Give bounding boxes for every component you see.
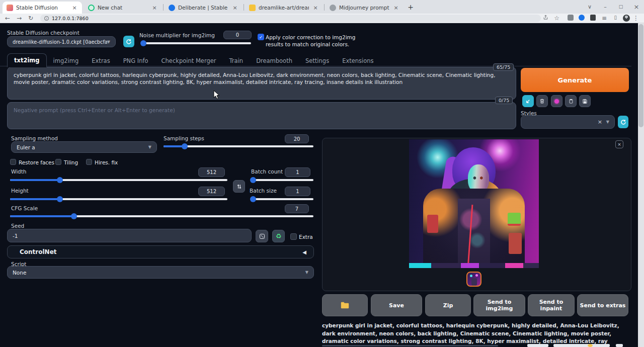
batch-size-value[interactable]: 1: [285, 187, 310, 196]
window-minimize-button[interactable]: –: [598, 0, 613, 13]
width-slider[interactable]: [10, 179, 227, 181]
clear-styles-icon[interactable]: ×: [598, 119, 602, 125]
tab-close-icon[interactable]: ×: [392, 5, 399, 11]
forward-icon[interactable]: →: [17, 15, 22, 22]
cfg-scale-value[interactable]: 7: [285, 204, 309, 213]
tab-close-icon[interactable]: ×: [231, 5, 238, 11]
clipped-yellow-spark: [588, 344, 593, 347]
sampling-steps-value[interactable]: 20: [285, 134, 309, 143]
page-scrollbar-thumb[interactable]: [638, 24, 643, 127]
chevron-down-icon: ▼: [606, 120, 609, 124]
stable-diffusion-webui: Stable Diffusion checkpoint dreamlike-di…: [0, 23, 644, 347]
extension-pin-icon[interactable]: [590, 15, 596, 22]
checkpoint-dropdown[interactable]: dreamlike-diffusion-1.0.ckpt [0aecbcfa2c…: [7, 36, 116, 47]
tiling-label: Tiling: [64, 159, 78, 165]
gallery-thumbnail-selected[interactable]: [466, 272, 481, 287]
tiling-checkbox[interactable]: [55, 159, 61, 165]
page-scrollbar-track[interactable]: [638, 23, 644, 347]
extension-grid-icon[interactable]: [568, 15, 574, 22]
share-icon[interactable]: [543, 15, 548, 22]
open-folder-button[interactable]: [322, 294, 368, 316]
apply-style-button[interactable]: [565, 95, 577, 107]
prompt-input[interactable]: cyberpunk girl in jacket, colorful tatto…: [7, 67, 516, 100]
bookmark-star-icon[interactable]: ☆: [554, 15, 559, 22]
cfg-scale-label: CFG Scale: [11, 205, 38, 211]
controlnet-accordion[interactable]: ControlNet ◀: [7, 245, 314, 258]
profile-avatar[interactable]: [623, 15, 630, 23]
browser-tab-title: New chat: [98, 5, 148, 11]
swap-width-height-button[interactable]: [233, 180, 245, 193]
browser-menu-dots-icon[interactable]: ⋮: [633, 15, 639, 22]
styles-dropdown[interactable]: × ▼: [521, 115, 615, 129]
sampling-method-value: Euler a: [17, 144, 35, 150]
height-slider[interactable]: [10, 198, 227, 200]
reload-icon[interactable]: ↻: [28, 15, 33, 22]
extra-seed-checkbox[interactable]: [290, 233, 297, 240]
sampling-method-dropdown[interactable]: Euler a ▼: [11, 141, 157, 153]
generated-image[interactable]: [409, 139, 539, 268]
reading-list-icon[interactable]: ≡: [602, 15, 607, 22]
batch-count-slider[interactable]: [251, 179, 313, 181]
batch-count-value[interactable]: 1: [285, 167, 310, 177]
random-seed-button[interactable]: [256, 230, 268, 242]
send-to-inpaint-button[interactable]: Send to inpaint: [528, 294, 575, 316]
window-maximize-button[interactable]: □: [613, 0, 628, 13]
tab-txt2img[interactable]: txt2img: [7, 53, 47, 67]
sampling-steps-slider[interactable]: [164, 145, 313, 147]
page-info-icon[interactable]: i: [44, 16, 49, 21]
extension-blue-icon[interactable]: [579, 15, 585, 22]
cfg-scale-slider[interactable]: [10, 215, 313, 217]
zip-button[interactable]: Zip: [425, 294, 471, 316]
save-button[interactable]: Save: [371, 294, 422, 316]
window-close-button[interactable]: ×: [629, 0, 644, 13]
reuse-seed-button[interactable]: ♻: [272, 230, 285, 242]
tab-close-icon[interactable]: ×: [71, 5, 78, 11]
clipboard-icon: [569, 98, 574, 104]
swap-vertical-icon: [236, 184, 242, 190]
address-bar[interactable]: i 127.0.0.1:7860: [40, 15, 541, 22]
batch-size-label: Batch size: [250, 188, 277, 194]
browser-tab-deliberate[interactable]: Deliberate | Stable Diffusion Che ×: [165, 2, 243, 14]
refresh-icon: [126, 39, 132, 45]
seed-input[interactable]: -1: [7, 229, 252, 242]
browser-tab-strip: Stable Diffusion × New chat × Deliberate…: [0, 0, 644, 14]
clear-prompt-button[interactable]: [536, 95, 548, 107]
browser-tab-midjourney[interactable]: Midjourney prompt examples : L ×: [326, 2, 404, 14]
send-to-extras-button[interactable]: Send to extras: [577, 294, 628, 316]
browser-tab-dreamlike[interactable]: dreamlike-art/dreamlike-diffusio ×: [245, 2, 323, 14]
clipped-text-fragment: [322, 345, 498, 346]
browser-tab-new-chat[interactable]: New chat ×: [84, 2, 162, 14]
tab-close-icon[interactable]: ×: [312, 5, 319, 11]
browser-tab-stable-diffusion[interactable]: Stable Diffusion ×: [3, 2, 82, 14]
clipped-bold-fragment: [616, 344, 623, 347]
generate-button[interactable]: Generate: [521, 68, 629, 92]
height-value[interactable]: 512: [198, 187, 225, 196]
noise-multiplier-value[interactable]: 0: [223, 31, 252, 39]
tab-divider: [163, 4, 164, 11]
extra-networks-button[interactable]: [551, 95, 562, 107]
hires-fix-checkbox[interactable]: [86, 159, 92, 165]
send-to-img2img-button[interactable]: Send to img2img: [473, 294, 525, 316]
color-correction-checkbox[interactable]: ✓: [258, 34, 264, 40]
styles-refresh-button[interactable]: [618, 116, 628, 128]
checkpoint-refresh-button[interactable]: [123, 36, 134, 47]
width-value[interactable]: 512: [198, 167, 225, 177]
back-icon[interactable]: ←: [5, 15, 10, 22]
url-text: 127.0.0.1:7860: [52, 16, 89, 21]
noise-multiplier-slider[interactable]: [141, 42, 251, 44]
script-dropdown[interactable]: None ▼: [7, 266, 314, 279]
new-tab-button[interactable]: +: [406, 3, 416, 13]
negative-prompt-input[interactable]: [7, 102, 516, 129]
color-correction-label: Apply color correction to img2img result…: [266, 34, 372, 48]
browser-menu-chevron-icon[interactable]: ∨: [582, 0, 597, 13]
paste-generation-params-button[interactable]: [522, 95, 534, 107]
close-preview-button[interactable]: ×: [615, 140, 623, 148]
restore-faces-checkbox[interactable]: [10, 159, 16, 165]
clipped-bold-fragment: [553, 344, 610, 347]
checkpoint-label: Stable Diffusion checkpoint: [7, 30, 79, 36]
save-style-button[interactable]: [579, 95, 591, 107]
sampling-steps-label: Sampling steps: [164, 135, 204, 141]
batch-size-slider[interactable]: [251, 198, 313, 200]
side-panel-icon[interactable]: ▯: [614, 15, 617, 20]
tab-close-icon[interactable]: ×: [151, 5, 158, 11]
